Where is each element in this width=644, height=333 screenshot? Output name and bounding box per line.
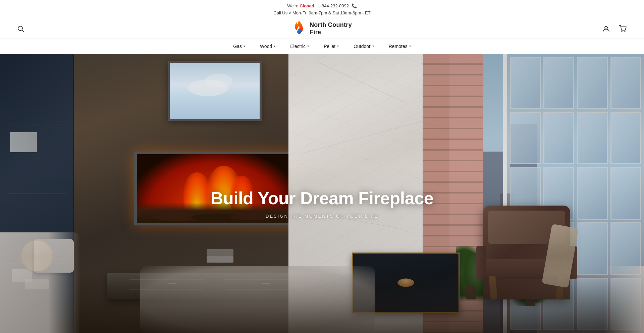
nav-outdoor-label: Outdoor: [354, 44, 371, 49]
search-button[interactable]: [16, 24, 25, 34]
announcement-prefix: We're: [287, 3, 300, 8]
phone-icon: 📞: [352, 3, 357, 10]
hero-title: Build Your Dream Fireplace: [211, 188, 433, 208]
nav-gas-label: Gas: [233, 44, 242, 49]
nav-item-pellet[interactable]: Pellet ▾: [316, 39, 346, 54]
svg-point-3: [622, 31, 623, 32]
logo-text: North Country Fire: [310, 21, 352, 36]
search-icon: [17, 25, 24, 32]
announcement-phone: 1-844-232-0092: [318, 3, 349, 8]
nav-item-electric[interactable]: Electric ▾: [283, 39, 316, 54]
announcement-separator: ·: [314, 3, 318, 8]
nav-item-wood[interactable]: Wood ▾: [253, 39, 283, 54]
announcement-hours: Call Us > Mon-Fri 9am-7pm & Sat 10am-6pm…: [0, 10, 644, 17]
header-left: [16, 24, 25, 34]
svg-point-4: [625, 31, 626, 32]
chevron-down-icon: ▾: [244, 44, 245, 48]
nav-item-gas[interactable]: Gas ▾: [226, 39, 253, 54]
announcement-status-line: We're Closed · 1-844-232-0092 📞: [0, 3, 644, 10]
chevron-down-icon: ▾: [307, 44, 309, 48]
main-nav: Gas ▾ Wood ▾ Electric ▾ Pellet ▾ Outdoor…: [0, 39, 644, 54]
nav-remotes-label: Remotes: [389, 44, 408, 49]
brand-name: North Country: [310, 21, 352, 29]
nav-item-remotes[interactable]: Remotes ▾: [381, 39, 418, 54]
announcement-bar: We're Closed · 1-844-232-0092 📞 Call Us …: [0, 0, 644, 19]
header: North Country Fire: [0, 19, 644, 39]
nav-wood-label: Wood: [260, 44, 272, 49]
nav-item-outdoor[interactable]: Outdoor ▾: [346, 39, 381, 54]
cart-button[interactable]: [618, 24, 628, 34]
hero-content: Build Your Dream Fireplace DESIGN THE MO…: [211, 188, 433, 219]
brand-sub: Fire: [310, 29, 352, 36]
account-icon: [602, 25, 610, 33]
nav-pellet-label: Pellet: [324, 44, 335, 49]
chevron-down-icon: ▾: [409, 44, 411, 48]
logo-flame-icon: [292, 20, 306, 38]
cart-icon: [619, 25, 627, 33]
announcement-status: Closed: [300, 3, 314, 8]
header-right: [601, 24, 628, 34]
chevron-down-icon: ▾: [274, 44, 275, 48]
svg-point-2: [605, 26, 607, 29]
nav-electric-label: Electric: [290, 44, 306, 49]
chevron-down-icon: ▾: [337, 44, 339, 48]
logo-link[interactable]: North Country Fire: [292, 20, 352, 38]
hero-subtitle: DESIGN THE MOMENTS OF YOUR LIFE: [211, 214, 433, 219]
svg-line-1: [22, 30, 24, 32]
chevron-down-icon: ▾: [372, 44, 374, 48]
hero-section: Build Your Dream Fireplace DESIGN THE MO…: [0, 54, 644, 333]
account-button[interactable]: [601, 24, 611, 34]
